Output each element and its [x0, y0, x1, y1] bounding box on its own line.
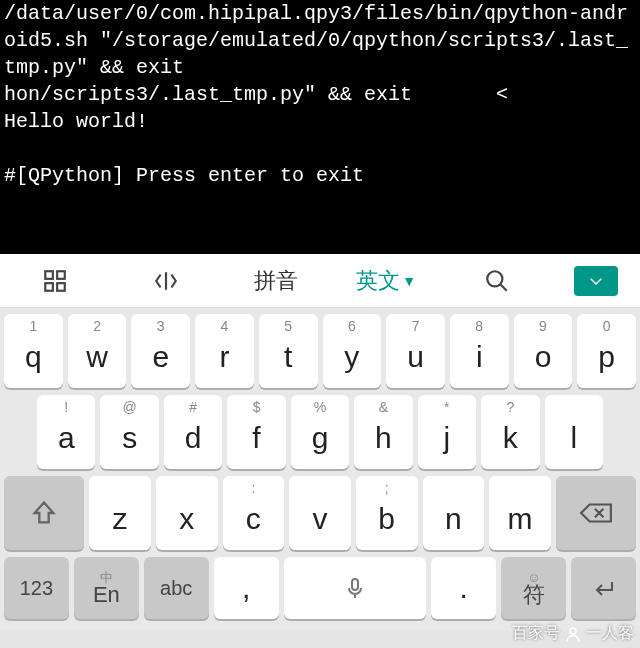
key-v[interactable]: v — [289, 476, 351, 550]
key-c[interactable]: :c — [223, 476, 285, 550]
key-p[interactable]: 0p — [577, 314, 636, 388]
svg-rect-1 — [57, 271, 65, 279]
key-s[interactable]: @s — [100, 395, 158, 469]
key-q[interactable]: 1q — [4, 314, 63, 388]
key-row-2: !a @s #d $f %g &h *j ?k l — [4, 395, 636, 469]
key-j[interactable]: *j — [418, 395, 476, 469]
key-y[interactable]: 6y — [323, 314, 382, 388]
key-enter[interactable] — [571, 557, 636, 619]
watermark-right: 一人客 — [586, 623, 634, 644]
cursor-mode-icon[interactable] — [110, 254, 220, 307]
svg-rect-5 — [352, 579, 358, 590]
shift-icon — [30, 499, 58, 527]
key-l[interactable]: l — [545, 395, 603, 469]
key-period[interactable]: . — [431, 557, 496, 619]
ime-toolbar: 拼音 英文▼ — [0, 254, 640, 308]
key-w[interactable]: 2w — [68, 314, 127, 388]
key-123[interactable]: 123 — [4, 557, 69, 619]
key-r[interactable]: 4r — [195, 314, 254, 388]
key-x[interactable]: x — [156, 476, 218, 550]
key-symbols[interactable]: ☺符 — [501, 557, 566, 619]
terminal-output[interactable]: /data/user/0/com.hipipal.qpy3/files/bin/… — [0, 0, 640, 254]
key-row-3: z x :c v ;b n m — [4, 476, 636, 550]
apps-icon[interactable] — [0, 254, 110, 307]
backspace-icon — [579, 500, 613, 526]
key-shift[interactable] — [4, 476, 84, 550]
key-t[interactable]: 5t — [259, 314, 318, 388]
key-f[interactable]: $f — [227, 395, 285, 469]
collapse-keyboard-button[interactable] — [552, 254, 640, 307]
key-space[interactable] — [284, 557, 427, 619]
dropdown-caret-icon: ▼ — [402, 273, 416, 289]
mic-icon — [343, 576, 367, 600]
enter-icon — [592, 576, 616, 600]
key-k[interactable]: ?k — [481, 395, 539, 469]
key-h[interactable]: &h — [354, 395, 412, 469]
svg-rect-0 — [45, 271, 53, 279]
key-g[interactable]: %g — [291, 395, 349, 469]
key-lang-toggle[interactable]: 中En — [74, 557, 139, 619]
key-a[interactable]: !a — [37, 395, 95, 469]
keyboard: 1q 2w 3e 4r 5t 6y 7u 8i 9o 0p !a @s #d $… — [0, 308, 640, 630]
user-icon — [564, 625, 582, 643]
key-i[interactable]: 8i — [450, 314, 509, 388]
key-comma[interactable]: , — [214, 557, 279, 619]
search-icon[interactable] — [441, 254, 551, 307]
svg-point-6 — [570, 628, 576, 634]
mode-english[interactable]: 英文▼ — [331, 254, 441, 307]
key-row-bottom: 123 中En abc , . ☺符 — [4, 557, 636, 619]
watermark: 百家号 一人客 — [512, 623, 634, 644]
key-abc[interactable]: abc — [144, 557, 209, 619]
watermark-left: 百家号 — [512, 623, 560, 644]
key-n[interactable]: n — [423, 476, 485, 550]
key-d[interactable]: #d — [164, 395, 222, 469]
mode-pinyin[interactable]: 拼音 — [221, 254, 331, 307]
key-u[interactable]: 7u — [386, 314, 445, 388]
svg-rect-3 — [57, 283, 65, 291]
key-row-1: 1q 2w 3e 4r 5t 6y 7u 8i 9o 0p — [4, 314, 636, 388]
key-e[interactable]: 3e — [131, 314, 190, 388]
key-b[interactable]: ;b — [356, 476, 418, 550]
key-z[interactable]: z — [89, 476, 151, 550]
svg-rect-2 — [45, 283, 53, 291]
key-backspace[interactable] — [556, 476, 636, 550]
svg-point-4 — [487, 271, 502, 286]
key-o[interactable]: 9o — [514, 314, 573, 388]
key-m[interactable]: m — [489, 476, 551, 550]
mode-english-label: 英文 — [356, 266, 400, 296]
